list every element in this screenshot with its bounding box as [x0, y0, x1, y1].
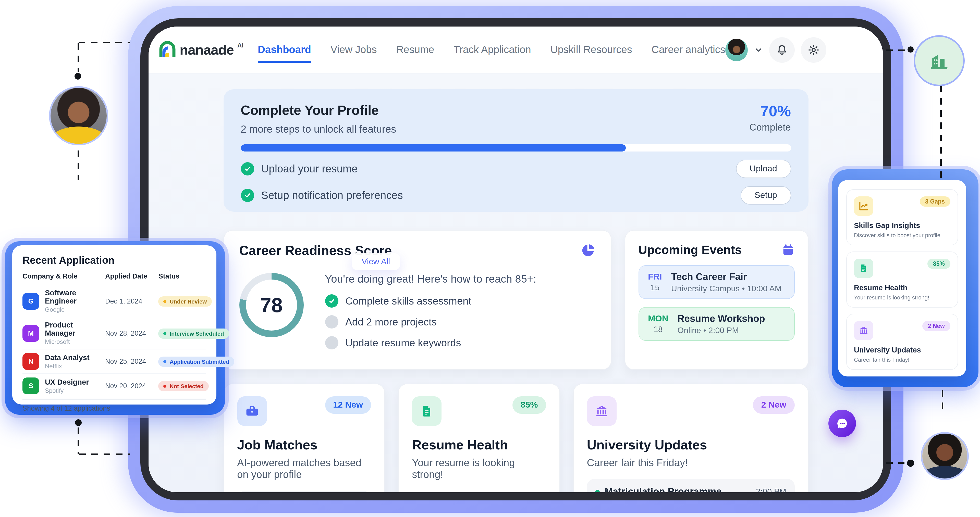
- building-icon: [928, 49, 951, 73]
- dashed-line: [886, 462, 904, 464]
- dashboard-content: Complete Your Profile 2 more steps to un…: [148, 73, 883, 492]
- applications-title: Recent Application: [22, 255, 206, 266]
- chevron-down-icon[interactable]: [754, 45, 763, 54]
- nav-item-track-application[interactable]: Track Application: [454, 44, 531, 56]
- score-ring: 78: [239, 273, 304, 337]
- event-item[interactable]: FRI 15 Tech Career Fair University Campu…: [638, 265, 794, 299]
- career-checklist-item: Complete skills assessment: [325, 294, 536, 308]
- check-icon: [241, 189, 254, 202]
- status-dot: [164, 332, 167, 335]
- setup-button[interactable]: Setup: [741, 186, 791, 205]
- chat-bubble-icon: [835, 416, 850, 431]
- brand-logo-icon: [159, 41, 176, 58]
- career-message: You're doing great! Here's how to reach …: [325, 273, 536, 285]
- task-label: Upload your resume: [261, 163, 358, 175]
- score-value: 78: [239, 273, 304, 337]
- view-all-link[interactable]: View All: [352, 253, 400, 270]
- dashed-line: [79, 42, 130, 43]
- health-badge: 85%: [928, 258, 950, 269]
- event-details: University Campus • 10:00 AM: [671, 284, 782, 293]
- connector-dot: [75, 419, 82, 426]
- nav-item-resume[interactable]: Resume: [396, 44, 434, 56]
- update-title: Matriculation Programme: [605, 486, 721, 492]
- application-company: Netflix: [45, 362, 89, 370]
- profile-percent-label: Complete: [749, 122, 791, 133]
- pending-circle-icon: [325, 336, 338, 349]
- brand-name: nanaade: [180, 41, 234, 59]
- tablet-bezel: nanaade AI Dashboard View Jobs Resume Tr…: [140, 18, 891, 500]
- event-day: FRI: [648, 272, 662, 282]
- task-row: Setup notification preferences Setup: [241, 186, 791, 205]
- nav-item-career-analytics[interactable]: Career analytics: [652, 44, 725, 56]
- application-company: Google: [45, 306, 105, 313]
- status-dot: [164, 360, 167, 363]
- career-checklist-item: Add 2 more projects: [325, 315, 536, 328]
- chart-line-icon: [854, 197, 873, 216]
- dashed-line: [78, 43, 79, 72]
- resume-health-subtitle: Your resume is looking strong!: [412, 457, 546, 481]
- university-updates-item[interactable]: 2 New University Updates Career fair thi…: [846, 314, 958, 370]
- applications-footer: Showing 4 of 12 applications: [22, 400, 206, 412]
- column-header: Company & Role: [22, 273, 105, 280]
- insight-title: Resume Health: [854, 284, 950, 292]
- table-row[interactable]: G Software Engineer Google Dec 1, 2024 U…: [22, 285, 206, 317]
- insight-caption: Discover skills to boost your profile: [854, 232, 950, 238]
- status-dot: [164, 385, 167, 388]
- event-date: 18: [648, 325, 668, 334]
- resume-file-icon: [412, 396, 442, 426]
- upcoming-events-card: Upcoming Events: [625, 230, 808, 370]
- table-row[interactable]: S UX Designer Spotify Nov 20, 2024 Not S…: [22, 374, 206, 398]
- job-matches-subtitle: AI-powered matches based on your profile: [237, 457, 371, 481]
- resume-health-item[interactable]: 85% Resume Health Your resume is looking…: [846, 252, 958, 308]
- table-row[interactable]: M Product Manager Microsoft Nov 28, 2024…: [22, 317, 206, 349]
- career-checklist-item: Update resume keywords: [325, 336, 536, 349]
- status-dot: [164, 300, 167, 303]
- insight-title: Skills Gap Insights: [854, 221, 950, 230]
- nav-item-upskill-resources[interactable]: Upskill Resources: [550, 44, 632, 56]
- resume-health-title: Resume Health: [412, 437, 546, 453]
- dashed-line: [886, 49, 905, 51]
- insight-title: University Updates: [854, 346, 950, 354]
- skills-gap-insights-item[interactable]: 3 Gaps Skills Gap Insights Discover skil…: [846, 189, 958, 245]
- status-badge: Interview Scheduled: [159, 328, 229, 338]
- insights-card: 3 Gaps Skills Gap Insights Discover skil…: [838, 180, 966, 376]
- dashed-line: [78, 151, 79, 180]
- nav-menu: Dashboard View Jobs Resume Track Applica…: [258, 44, 725, 56]
- university-update-item[interactable]: Matriculation Programme 2:00 PM All stud…: [587, 479, 794, 492]
- application-role: UX Designer: [45, 378, 89, 386]
- notifications-button[interactable]: [769, 37, 795, 62]
- table-row[interactable]: N Data Analyst Netflix Nov 25, 2024 Appl…: [22, 349, 206, 374]
- application-date: Nov 20, 2024: [105, 382, 159, 390]
- status-badge: Under Review: [159, 296, 212, 306]
- nav-item-dashboard[interactable]: Dashboard: [258, 44, 311, 56]
- app-screen: nanaade AI Dashboard View Jobs Resume Tr…: [148, 27, 883, 492]
- event-title: Resume Workshop: [677, 313, 765, 324]
- brand-logo[interactable]: nanaade AI: [159, 41, 243, 59]
- avatar: [51, 88, 107, 144]
- event-item[interactable]: MON 18 Resume Workshop Online • 2:00 PM: [638, 307, 794, 341]
- dashed-line: [78, 427, 79, 454]
- check-icon: [241, 162, 254, 176]
- settings-button[interactable]: [801, 37, 826, 62]
- nav-right-cluster: [725, 37, 826, 62]
- connector-dot: [75, 73, 81, 79]
- company-logo: G: [22, 293, 39, 309]
- calendar-icon: [781, 243, 794, 257]
- chat-fab-button[interactable]: [829, 410, 856, 437]
- nav-item-view-jobs[interactable]: View Jobs: [331, 44, 377, 56]
- job-match-item[interactable]: G Software Engineer Google 48%: [237, 491, 371, 492]
- upload-button[interactable]: Upload: [736, 160, 791, 178]
- job-matches-badge: 12 New: [325, 396, 371, 414]
- new-badge: 2 New: [922, 321, 951, 331]
- university-subtitle: Career fair this Friday!: [587, 457, 794, 469]
- resume-health-badge: 85%: [512, 396, 546, 414]
- profile-progress-fill: [241, 144, 626, 152]
- job-matches-title: Job Matches: [237, 437, 371, 453]
- user-avatar[interactable]: [725, 38, 748, 61]
- status-dot: [595, 490, 600, 492]
- connector-dot: [907, 460, 914, 467]
- resume-health-card: 85% Resume Health Your resume is looking…: [398, 384, 560, 492]
- column-header: Status: [159, 273, 206, 280]
- navbar: nanaade AI Dashboard View Jobs Resume Tr…: [148, 27, 883, 73]
- resume-file-icon: [854, 258, 873, 278]
